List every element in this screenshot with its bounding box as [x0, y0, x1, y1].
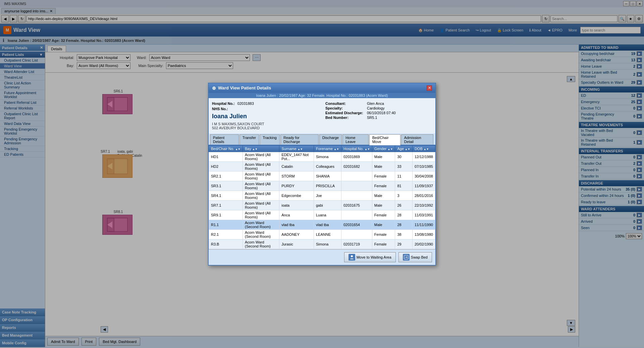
table-row[interactable]: HD1 Acorn Ward (All Rooms) EDEV_1447 Not…	[209, 152, 435, 161]
modal-dialog: ⊕ Ward View Patient Details ✕ Ioana Juli…	[208, 83, 436, 266]
cell-bay: Acorn Ward (Second Room)	[243, 220, 279, 229]
col-gender[interactable]: Gender ▲▼	[372, 145, 395, 152]
cell-age: 28	[395, 220, 412, 229]
cell-age: 33	[395, 161, 412, 171]
modal-overlay: ⊕ Ward View Patient Details ✕ Ioana Juli…	[0, 0, 644, 348]
cell-dob: 11/11/1990	[412, 220, 435, 229]
hospital-no-row: Hospital No.: 02031883	[212, 101, 319, 106]
cell-gender: Female	[372, 210, 395, 220]
table-row[interactable]: SR7.1 Acorn Ward (All Rooms) ioata gabi …	[209, 200, 435, 210]
cell-dob: 11/03/1991	[412, 210, 435, 220]
cell-bay: Acorn Ward (Second Room)	[243, 239, 279, 249]
modal-tab-tracking[interactable]: Tracking	[260, 134, 280, 145]
cell-surname: STORM	[279, 171, 314, 181]
cell-forename: Colleagues	[314, 161, 341, 171]
col-forename[interactable]: Forename ▲▼	[314, 145, 341, 152]
table-row[interactable]: HD2 Acorn Ward (All Rooms) Catalin Colle…	[209, 161, 435, 171]
table-row[interactable]: R3.B Acorn Ward (Second Room) Jurasic Si…	[209, 239, 435, 249]
table-row[interactable]: SR2.1 Acorn Ward (All Rooms) STORM SHANI…	[209, 171, 435, 181]
specialty-detail-value: Cardiology	[367, 106, 432, 110]
nhs-no-label: NHS No.:	[212, 107, 228, 111]
move-waiting-icon	[348, 254, 355, 261]
cell-dob: 22/10/1992	[412, 200, 435, 210]
swap-bed-icon	[403, 254, 410, 261]
col-bay[interactable]: Bay ▲▼	[243, 145, 279, 152]
cell-hospital-no	[341, 191, 372, 200]
cell-hospital-no: 02031869	[341, 152, 372, 161]
cell-gender: Male	[372, 191, 395, 200]
col-age[interactable]: Age ▲▼	[395, 145, 412, 152]
cell-dob: 07/10/1985	[412, 161, 435, 171]
cell-bed: SR3.1	[209, 181, 243, 191]
cell-age: 3	[395, 191, 412, 200]
cell-age: 30	[395, 152, 412, 161]
bed-number-label: Bed Number:	[325, 116, 366, 120]
modal-table: Bed/Chair No. ▲▼ Bay ▲▼ Surname ▲▼ Foren…	[209, 145, 435, 249]
cell-bay: Acorn Ward (Second Room)	[243, 229, 279, 239]
consultant-value: Glen Anca	[367, 101, 432, 106]
cell-bed: SR7.1	[209, 200, 243, 210]
modal-tab-admission-detail[interactable]: Admission Detail	[401, 134, 433, 145]
cell-hospital-no	[341, 210, 372, 220]
col-bed[interactable]: Bed/Chair No. ▲▼	[209, 145, 243, 152]
modal-close-btn[interactable]: ✕	[427, 85, 432, 91]
cell-bed: R3.B	[209, 239, 243, 249]
cell-bay: Acorn Ward (All Rooms)	[243, 181, 279, 191]
cell-surname: Anca	[279, 210, 314, 220]
table-row[interactable]: SR3.1 Acorn Ward (All Rooms) PURDY PRISC…	[209, 181, 435, 191]
cell-forename: gabi	[314, 200, 341, 210]
modal-table-container[interactable]: Bed/Chair No. ▲▼ Bay ▲▼ Surname ▲▼ Foren…	[209, 145, 435, 249]
modal-tab-home-leave[interactable]: Home Leave	[342, 134, 368, 145]
cell-forename: vlad tba	[314, 220, 341, 229]
cell-gender: Male	[372, 200, 395, 210]
move-to-waiting-btn[interactable]: Move to Waiting Area	[344, 252, 396, 262]
modal-subtitle-bar: Ioana Julien : 20/02/1987 Age: 32 Female…	[209, 93, 435, 98]
cell-age: 38	[395, 229, 412, 239]
modal-footer: Move to Waiting Area Swap Bed	[209, 249, 435, 265]
cell-forename: Luana	[314, 210, 341, 220]
modal-patient-right: Consultant: Glen Anca Specialty: Cardiol…	[325, 101, 432, 130]
cell-gender: Female	[372, 239, 395, 249]
table-header-row: Bed/Chair No. ▲▼ Bay ▲▼ Surname ▲▼ Foren…	[209, 145, 435, 152]
modal-tab-ready-discharge[interactable]: Ready for Discharge	[280, 134, 319, 145]
cell-gender: Male	[372, 152, 395, 161]
svg-point-9	[351, 255, 353, 257]
cell-hospital-no: 02031675	[341, 200, 372, 210]
cell-gender: Male	[372, 220, 395, 229]
cell-forename: LEANNE	[314, 229, 341, 239]
swap-bed-btn[interactable]: Swap Bed	[398, 252, 432, 262]
modal-tab-transfer[interactable]: Transfer	[239, 134, 259, 145]
table-row[interactable]: R2.1 Acorn Ward (Second Room) AADONEY LE…	[209, 229, 435, 239]
col-surname[interactable]: Surname ▲▼	[279, 145, 314, 152]
cell-hospital-no: 02031682	[341, 161, 372, 171]
table-row[interactable]: R1.1 Acorn Ward (Second Room) vlad tba v…	[209, 220, 435, 229]
cell-bed: R1.1	[209, 220, 243, 229]
cell-hospital-no	[341, 229, 372, 239]
cell-forename: Simona	[314, 239, 341, 249]
modal-title: ⊕ Ward View Patient Details	[212, 85, 271, 91]
modal-tab-discharge[interactable]: Discharge	[319, 134, 342, 145]
cell-age: 11	[395, 171, 412, 181]
table-row[interactable]: SR4.1 Acorn Ward (All Rooms) Edgecombe J…	[209, 191, 435, 200]
modal-tab-patient-details[interactable]: Patient Details	[210, 134, 239, 145]
cell-surname: Catalin	[279, 161, 314, 171]
col-dob[interactable]: DOB ▲▼	[412, 145, 435, 152]
cell-forename: SHANIA	[314, 171, 341, 181]
cell-age: 81	[395, 181, 412, 191]
cell-bed: SR2.1	[209, 171, 243, 181]
est-discharge-label: Estimated Discharge:	[325, 111, 366, 115]
cell-age: 29	[395, 239, 412, 249]
cell-forename: PRISCILLA	[314, 181, 341, 191]
nhs-no-row: NHS No.:	[212, 107, 319, 111]
table-row[interactable]: SR9.1 Acorn Ward (All Rooms) Anca Luana …	[209, 210, 435, 220]
modal-tab-bed-chair-move[interactable]: Bed/Chair Move	[369, 134, 400, 145]
cell-surname: vlad tba	[279, 220, 314, 229]
cell-surname: AADONEY	[279, 229, 314, 239]
cell-bed: R2.1	[209, 229, 243, 239]
consultant-label: Consultant:	[325, 101, 366, 106]
cell-bay: Acorn Ward (All Rooms)	[243, 161, 279, 171]
cell-dob: 12/12/1988	[412, 152, 435, 161]
cell-age: 26	[395, 200, 412, 210]
cell-gender: Male	[372, 161, 395, 171]
col-hospital-no[interactable]: Hospital No. ▲▼	[341, 145, 372, 152]
